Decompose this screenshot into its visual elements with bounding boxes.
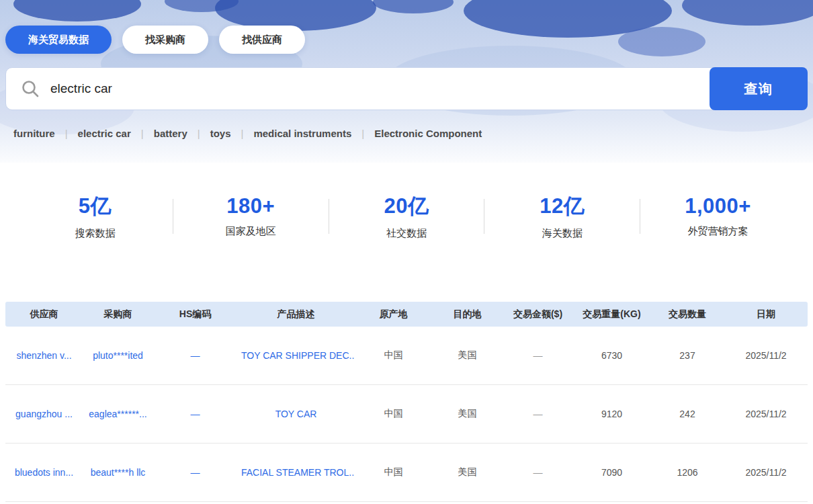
- hero-section: 海关贸易数据 找采购商 找供应商 查询 furniture | electric…: [0, 0, 813, 163]
- stat-search-data: 5亿 搜索数据: [17, 192, 173, 240]
- destination-value: 美国: [432, 466, 503, 478]
- hot-keywords: furniture | electric car | battery | toy…: [5, 128, 808, 139]
- search-bar: 查询: [5, 67, 808, 110]
- hs-code-value: —: [153, 350, 237, 361]
- quantity-value: 242: [650, 409, 724, 419]
- stat-label: 国家及地区: [173, 225, 329, 238]
- stat-customs-data: 12亿 海关数据: [484, 192, 640, 240]
- trade-data-table: 供应商 采购商 HS编码 产品描述 原产地 目的地 交易金额($) 交易重量(K…: [5, 302, 808, 502]
- search-icon: [20, 79, 40, 99]
- keyword-medical-instruments[interactable]: medical instruments: [253, 128, 351, 139]
- hs-code-value: —: [153, 409, 237, 419]
- col-destination: 目的地: [432, 308, 503, 321]
- tab-find-suppliers[interactable]: 找供应商: [219, 26, 305, 54]
- stat-marketing-plans: 1,000+ 外贸营销方案: [640, 194, 796, 238]
- col-hs-code: HS编码: [153, 308, 237, 321]
- keyword-furniture[interactable]: furniture: [13, 128, 55, 139]
- table-row: bluedots inn... beaut****h llc — FACIAL …: [5, 444, 808, 502]
- col-date: 日期: [724, 308, 808, 321]
- buyer-link[interactable]: eaglea******...: [83, 409, 153, 419]
- weight-value: 7090: [573, 467, 650, 478]
- amount-value: —: [503, 467, 573, 478]
- product-link[interactable]: FACIAL STEAMER TROL...: [237, 467, 355, 478]
- origin-value: 中国: [355, 349, 432, 362]
- stat-value: 180+: [173, 194, 329, 218]
- keyword-separator: |: [141, 128, 144, 139]
- search-input[interactable]: [5, 67, 808, 110]
- quantity-value: 237: [650, 350, 724, 361]
- col-amount: 交易金额($): [503, 308, 573, 321]
- keyword-separator: |: [241, 128, 244, 139]
- supplier-link[interactable]: bluedots inn...: [5, 467, 83, 478]
- product-link[interactable]: TOY CAR SHIPPER DEC...: [237, 350, 355, 361]
- col-weight: 交易重量(KG): [573, 308, 650, 321]
- date-value: 2025/11/2: [724, 350, 808, 361]
- destination-value: 美国: [432, 408, 503, 420]
- tab-customs-trade-data[interactable]: 海关贸易数据: [5, 26, 112, 54]
- keyword-separator: |: [65, 128, 68, 139]
- date-value: 2025/11/2: [724, 409, 808, 419]
- hs-code-value: —: [153, 467, 237, 478]
- weight-value: 6730: [573, 350, 650, 361]
- stat-label: 外贸营销方案: [640, 225, 796, 238]
- stat-label: 海关数据: [484, 227, 640, 240]
- supplier-link[interactable]: shenzhen v...: [5, 350, 83, 361]
- table-row: shenzhen v... pluto****ited — TOY CAR SH…: [5, 327, 808, 385]
- table-row: guangzhou ... eaglea******... — TOY CAR …: [5, 385, 808, 444]
- stat-value: 5亿: [17, 192, 173, 220]
- quantity-value: 1206: [650, 467, 724, 478]
- date-value: 2025/11/2: [724, 467, 808, 478]
- keyword-separator: |: [361, 128, 364, 139]
- col-buyer: 采购商: [83, 308, 153, 321]
- stat-value: 1,000+: [640, 194, 796, 218]
- col-origin: 原产地: [355, 308, 432, 321]
- keyword-separator: |: [198, 128, 200, 139]
- origin-value: 中国: [355, 466, 432, 478]
- keyword-electronic-component[interactable]: Electronic Component: [374, 128, 482, 139]
- col-product-desc: 产品描述: [237, 308, 355, 321]
- stat-value: 20亿: [329, 192, 484, 220]
- col-quantity: 交易数量: [650, 308, 724, 321]
- stat-countries: 180+ 国家及地区: [173, 194, 329, 238]
- stat-social-data: 20亿 社交数据: [329, 192, 484, 240]
- tab-find-buyers[interactable]: 找采购商: [122, 26, 208, 54]
- destination-value: 美国: [432, 349, 503, 362]
- top-tabs: 海关贸易数据 找采购商 找供应商: [5, 0, 808, 54]
- amount-value: —: [503, 409, 573, 419]
- stat-label: 社交数据: [329, 227, 484, 240]
- origin-value: 中国: [355, 408, 432, 420]
- stat-label: 搜索数据: [17, 227, 173, 240]
- supplier-link[interactable]: guangzhou ...: [5, 409, 83, 419]
- buyer-link[interactable]: beaut****h llc: [83, 467, 153, 478]
- keyword-battery[interactable]: battery: [154, 128, 187, 139]
- search-button[interactable]: 查询: [710, 67, 808, 110]
- buyer-link[interactable]: pluto****ited: [83, 350, 153, 361]
- table-header: 供应商 采购商 HS编码 产品描述 原产地 目的地 交易金额($) 交易重量(K…: [5, 302, 808, 327]
- product-link[interactable]: TOY CAR: [237, 409, 355, 419]
- weight-value: 9120: [573, 409, 650, 419]
- col-supplier: 供应商: [5, 308, 83, 321]
- stats-bar: 5亿 搜索数据 180+ 国家及地区 20亿 社交数据 12亿 海关数据 1,0…: [17, 192, 796, 240]
- keyword-electric-car[interactable]: electric car: [78, 128, 131, 139]
- keyword-toys[interactable]: toys: [210, 128, 231, 139]
- stat-value: 12亿: [484, 192, 640, 220]
- amount-value: —: [503, 350, 573, 361]
